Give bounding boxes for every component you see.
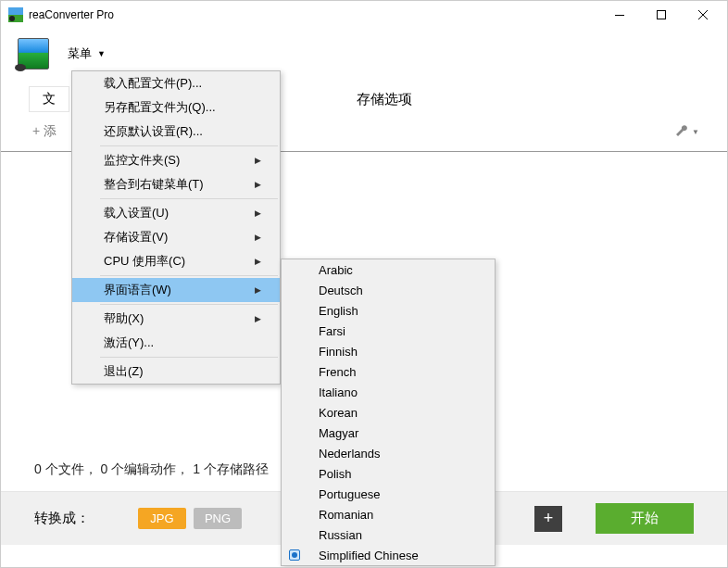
add-format-button[interactable]: + — [534, 506, 562, 532]
menu-item-label: CPU 使用率(C) — [104, 253, 185, 270]
menu-item-label: 监控文件夹(S) — [104, 152, 180, 169]
add-files-button[interactable]: + 添 — [29, 121, 60, 142]
dropdown-caret-icon: ▼ — [692, 128, 699, 136]
dropdown-caret-icon: ▼ — [97, 49, 106, 58]
language-label: Nederlands — [319, 447, 381, 461]
submenu-arrow-icon: ▶ — [255, 180, 261, 189]
language-item[interactable]: English — [282, 300, 495, 321]
language-label: English — [319, 304, 358, 318]
menu-item-label: 帮助(X) — [104, 310, 144, 327]
language-label: Finnish — [319, 345, 358, 359]
language-item[interactable]: Russian — [282, 524, 495, 545]
maximize-button[interactable] — [640, 2, 682, 28]
language-item[interactable]: Farsi — [282, 321, 495, 341]
language-item[interactable]: Italiano — [282, 382, 495, 402]
window-buttons — [598, 2, 723, 28]
menu-item-label: 另存配置文件为(Q)... — [104, 99, 216, 116]
menu-item-label: 界面语言(W) — [104, 282, 171, 298]
menu-item-label: 激活(Y)... — [104, 334, 154, 351]
titlebar: reaConverter Pro — [1, 1, 727, 29]
plus-icon: + — [32, 123, 44, 138]
menu-item[interactable]: 另存配置文件为(Q)... — [72, 95, 280, 120]
menu-item[interactable]: 载入设置(U)▶ — [72, 201, 280, 225]
language-item[interactable]: French — [282, 361, 495, 382]
toolbar: 菜单 ▼ — [1, 29, 727, 73]
svg-rect-0 — [8, 7, 23, 15]
main-menu-dropdown: 载入配置文件(P)...另存配置文件为(Q)...还原默认设置(R)...监控文… — [71, 70, 281, 385]
settings-gear-button[interactable]: ▼ — [676, 125, 699, 138]
language-label: Arabic — [319, 263, 353, 277]
language-label: Deutsch — [319, 284, 363, 297]
menu-button-label: 菜单 — [68, 45, 92, 62]
language-label: Russian — [319, 528, 362, 542]
submenu-arrow-icon: ▶ — [255, 285, 261, 295]
window-title: reaConverter Pro — [29, 8, 114, 21]
close-button[interactable] — [682, 2, 723, 28]
menu-item[interactable]: 退出(Z) — [72, 360, 280, 384]
checked-icon — [289, 549, 300, 561]
language-item[interactable]: Arabic — [282, 259, 495, 280]
menu-separator — [100, 275, 278, 276]
language-item[interactable]: Deutsch — [282, 280, 495, 300]
svg-point-2 — [9, 16, 15, 21]
menu-item[interactable]: 监控文件夹(S)▶ — [72, 148, 280, 172]
menu-item[interactable]: 激活(Y)... — [72, 331, 280, 355]
menu-item-label: 退出(Z) — [104, 363, 144, 380]
svg-rect-4 — [657, 11, 665, 19]
language-label: Romanian — [319, 508, 373, 522]
convert-to-label: 转换成： — [34, 510, 90, 527]
format-chip-png[interactable]: PNG — [194, 508, 242, 529]
submenu-arrow-icon: ▶ — [255, 314, 261, 323]
app-logo — [18, 38, 49, 69]
menu-separator — [100, 304, 278, 305]
language-submenu: ArabicDeutschEnglishFarsiFinnishFrenchIt… — [281, 259, 496, 566]
language-label: Simplified Chinese — [319, 549, 419, 562]
menu-item-label: 整合到右键菜单(T) — [104, 176, 204, 193]
menu-item[interactable]: 帮助(X)▶ — [72, 307, 280, 331]
language-item[interactable]: Romanian — [282, 504, 495, 524]
format-chip-jpg[interactable]: JPG — [138, 508, 186, 529]
menu-item[interactable]: 载入配置文件(P)... — [72, 71, 280, 95]
language-label: Italiano — [319, 385, 358, 399]
language-label: Polish — [319, 467, 351, 481]
language-item[interactable]: Simplified Chinese — [282, 545, 495, 565]
language-item[interactable]: Portuguese — [282, 484, 495, 504]
language-label: Korean — [319, 406, 358, 420]
submenu-arrow-icon: ▶ — [255, 233, 261, 242]
submenu-arrow-icon: ▶ — [255, 156, 261, 165]
language-label: Portuguese — [319, 487, 381, 501]
menu-item[interactable]: 整合到右键菜单(T)▶ — [72, 172, 280, 196]
menu-item-label: 载入配置文件(P)... — [104, 75, 202, 92]
menu-item[interactable]: CPU 使用率(C)▶ — [72, 249, 280, 273]
menu-item[interactable]: 还原默认设置(R)... — [72, 120, 280, 144]
language-item[interactable]: Polish — [282, 463, 495, 484]
app-icon — [8, 7, 23, 22]
language-item[interactable]: Magyar — [282, 423, 495, 443]
menu-item-label: 载入设置(U) — [104, 205, 169, 221]
language-item[interactable]: Korean — [282, 402, 495, 423]
submenu-arrow-icon: ▶ — [255, 208, 261, 218]
wrench-icon — [676, 125, 689, 138]
menu-separator — [100, 357, 278, 358]
menu-separator — [100, 198, 278, 199]
menu-button[interactable]: 菜单 ▼ — [62, 42, 111, 66]
menu-separator — [100, 145, 278, 146]
minimize-button[interactable] — [598, 2, 640, 28]
menu-item[interactable]: 存储设置(V)▶ — [72, 225, 280, 249]
svg-rect-3 — [615, 15, 624, 16]
tab-files[interactable]: 文 — [29, 86, 69, 112]
language-item[interactable]: Nederlands — [282, 443, 495, 463]
language-label: Magyar — [319, 426, 358, 440]
menu-item-label: 还原默认设置(R)... — [104, 123, 203, 140]
language-label: Farsi — [319, 324, 345, 338]
submenu-arrow-icon: ▶ — [255, 257, 261, 266]
menu-item-label: 存储设置(V) — [104, 229, 168, 246]
menu-item[interactable]: 界面语言(W)▶ — [72, 278, 280, 302]
language-label: French — [319, 365, 356, 379]
language-item[interactable]: Finnish — [282, 341, 495, 361]
start-button[interactable]: 开始 — [596, 503, 694, 534]
